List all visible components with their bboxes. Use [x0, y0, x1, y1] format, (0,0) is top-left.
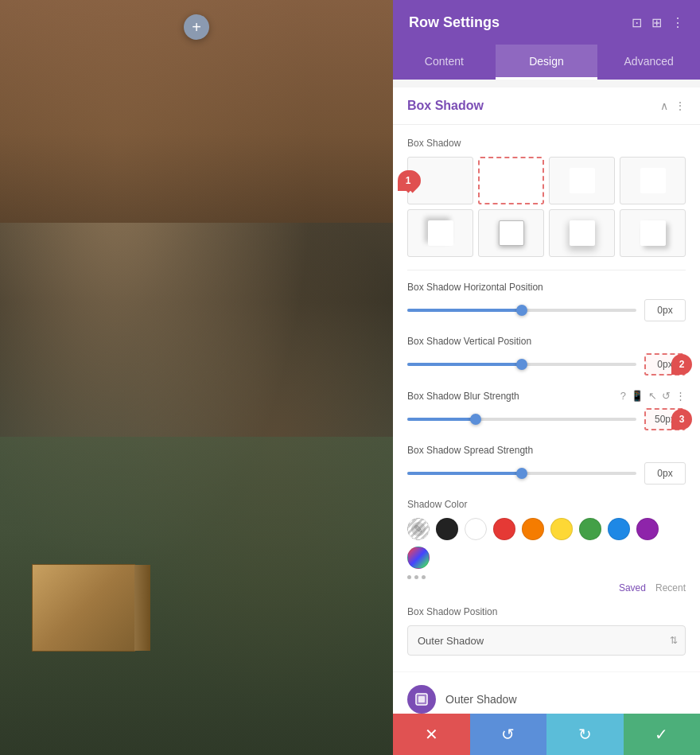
position-select[interactable]: Outer Shadow Inner Shadow	[407, 625, 686, 656]
blur-tools: ? 📱 ↖ ↺ ⋮	[620, 390, 686, 402]
settings-scroll-area: Box Shadow ∧ ⋮ Box Shadow	[393, 80, 700, 714]
horizontal-label: Box Shadow Horizontal Position	[407, 282, 543, 293]
shadow-preset-corner-br[interactable]	[620, 209, 686, 257]
add-button[interactable]: +	[184, 14, 209, 40]
resize-icon[interactable]: ⊡	[632, 15, 642, 30]
help-icon[interactable]: ?	[620, 390, 626, 402]
color-orange[interactable]	[522, 518, 544, 540]
section-header: Box Shadow ∧ ⋮	[393, 88, 700, 125]
collapse-icon[interactable]: ∧	[660, 99, 668, 112]
vertical-position-row: Box Shadow Vertical Position 0px 2	[407, 336, 686, 376]
color-custom[interactable]	[407, 547, 430, 569]
header-actions: ⊡ ⊞ ⋮	[632, 15, 684, 30]
shadow-preset-corner-tl[interactable]	[407, 209, 473, 257]
saved-tab[interactable]: Saved	[619, 582, 646, 593]
columns-icon[interactable]: ⊞	[651, 15, 662, 30]
color-black[interactable]	[436, 518, 458, 540]
outer-shadow-icon	[407, 685, 436, 714]
shadow-preset-bottom[interactable]	[549, 157, 615, 204]
box-shadow-section: Box Shadow ∧ ⋮ Box Shadow	[393, 88, 700, 671]
position-label: Box Shadow Position	[407, 606, 686, 617]
shadow-preset-none[interactable]: 1	[407, 157, 473, 204]
badge-3: 3	[679, 414, 685, 425]
color-red[interactable]	[493, 518, 515, 540]
box-shadow-field-label: Box Shadow	[407, 138, 686, 149]
color-dots	[407, 575, 686, 579]
dot-2	[414, 575, 418, 579]
blur-more-icon[interactable]: ⋮	[675, 390, 686, 402]
outer-shadow-label: Outer Shadow	[445, 693, 517, 706]
color-label: Shadow Color	[407, 499, 686, 510]
spread-label: Box Shadow Spread Strength	[407, 445, 533, 456]
position-section: Box Shadow Position Outer Shadow Inner S…	[407, 606, 686, 656]
device-icon[interactable]: 📱	[631, 390, 644, 402]
shadow-color-section: Shadow Color ✎	[407, 499, 686, 593]
color-purple[interactable]	[636, 518, 659, 540]
footer: ✕ ↺ ↻ ✓	[393, 714, 700, 755]
cancel-icon: ✕	[425, 725, 438, 744]
redo-icon: ↻	[578, 725, 592, 744]
more-icon[interactable]: ⋮	[671, 15, 684, 30]
spread-strength-row: Box Shadow Spread Strength 0px	[407, 445, 686, 485]
saved-recent-row: Saved Recent	[407, 582, 686, 593]
svg-rect-1	[418, 696, 425, 702]
dot-1	[407, 575, 411, 579]
reset-icon: ↺	[501, 725, 515, 744]
color-blue[interactable]	[608, 518, 630, 540]
shadow-preset-full[interactable]	[478, 157, 544, 204]
blur-label: Box Shadow Blur Strength	[407, 391, 519, 402]
vertical-label: Box Shadow Vertical Position	[407, 336, 531, 347]
tab-content[interactable]: Content	[393, 45, 496, 80]
redo-button[interactable]: ↻	[546, 714, 624, 755]
vertical-slider[interactable]	[407, 363, 636, 366]
horizontal-value[interactable]: 0px	[644, 299, 686, 321]
settings-panel: Row Settings ⊡ ⊞ ⋮ Content Design Advanc…	[393, 0, 700, 755]
wooden-box	[32, 564, 135, 652]
section-body: Box Shadow 1	[393, 125, 700, 671]
reset-button[interactable]: ↺	[470, 714, 547, 755]
spread-slider[interactable]	[407, 472, 636, 475]
position-select-wrapper: Outer Shadow Inner Shadow ⇅	[407, 625, 686, 656]
color-transparent[interactable]: ✎	[407, 518, 430, 540]
cancel-button[interactable]: ✕	[393, 714, 470, 755]
shadow-preset-wide[interactable]	[549, 209, 615, 257]
panel-title: Row Settings	[409, 14, 500, 31]
tab-advanced[interactable]: Advanced	[597, 45, 700, 80]
dot-3	[422, 575, 426, 579]
panel-header: Row Settings ⊡ ⊞ ⋮	[393, 0, 700, 45]
color-white[interactable]	[465, 518, 487, 540]
blur-strength-row: Box Shadow Blur Strength ? 📱 ↖ ↺ ⋮	[407, 390, 686, 430]
undo-icon[interactable]: ↺	[662, 390, 671, 402]
shadow-preset-soft[interactable]	[620, 157, 686, 204]
color-swatches: ✎	[407, 518, 686, 569]
section-more-icon[interactable]: ⋮	[675, 99, 686, 112]
shadow-presets-grid: 1	[407, 157, 686, 257]
save-icon: ✓	[655, 725, 668, 744]
blur-slider[interactable]	[407, 418, 636, 421]
gym-background: +	[0, 0, 393, 755]
cursor-icon[interactable]: ↖	[648, 390, 657, 402]
outer-shadow-row: Outer Shadow	[393, 672, 700, 714]
tab-design[interactable]: Design	[496, 45, 598, 80]
color-green[interactable]	[579, 518, 601, 540]
recent-tab[interactable]: Recent	[655, 582, 686, 593]
section-title: Box Shadow	[407, 99, 484, 113]
save-button[interactable]: ✓	[624, 714, 701, 755]
horizontal-position-row: Box Shadow Horizontal Position 0px	[407, 282, 686, 321]
badge-2: 2	[679, 359, 685, 370]
badge-1: 1	[406, 175, 411, 186]
color-yellow[interactable]	[550, 518, 573, 540]
spread-value[interactable]: 0px	[644, 462, 686, 485]
section-controls: ∧ ⋮	[660, 99, 686, 112]
shadow-preset-medium[interactable]	[478, 209, 544, 257]
tab-bar: Content Design Advanced	[393, 45, 700, 80]
horizontal-slider[interactable]	[407, 309, 636, 312]
